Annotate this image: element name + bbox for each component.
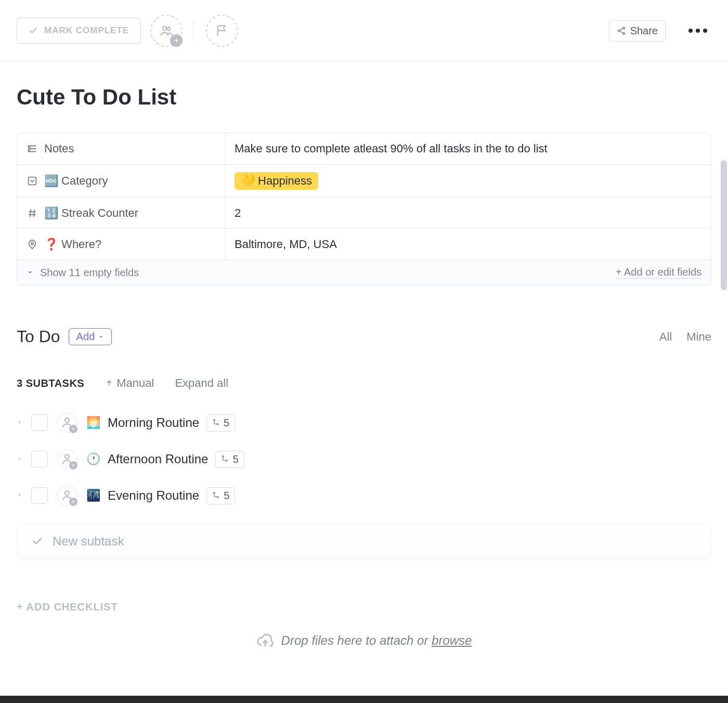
page-title[interactable]: Cute To Do List (17, 85, 711, 110)
field-row-category[interactable]: 🔤 Category 💛 Happiness (17, 164, 711, 197)
chevron-right-icon (17, 455, 23, 462)
expand-caret[interactable] (17, 491, 24, 500)
hash-icon (27, 207, 38, 219)
task-emoji: 🕐 (86, 452, 100, 466)
svg-point-11 (223, 455, 224, 457)
subtask-count: 5 (232, 453, 238, 465)
plus-badge-icon: + (69, 498, 77, 506)
svg-point-12 (226, 460, 228, 461)
mark-complete-label: MARK COMPLETE (44, 25, 129, 36)
svg-point-2 (622, 27, 625, 29)
add-label: Add (76, 331, 95, 343)
new-subtask-input[interactable]: New subtask (17, 523, 711, 559)
share-button[interactable]: Share (609, 20, 666, 42)
chevron-down-icon (98, 334, 104, 340)
toolbar: MARK COMPLETE + Share (0, 0, 728, 62)
chevron-right-icon (17, 492, 23, 498)
filter-mine[interactable]: Mine (686, 330, 711, 344)
add-subtask-button[interactable]: Add (69, 328, 112, 345)
task-checkbox[interactable] (31, 487, 48, 504)
todo-header: To Do Add All Mine (17, 327, 711, 346)
scrollbar[interactable] (721, 160, 727, 290)
svg-point-10 (65, 454, 69, 459)
svg-point-4 (622, 32, 625, 34)
task-row[interactable]: + 🌅 Morning Routine 5 (17, 405, 711, 441)
svg-point-6 (31, 242, 34, 244)
expand-caret (17, 418, 24, 427)
subtasks-icon (212, 419, 220, 427)
sort-label: Manual (116, 376, 154, 390)
assignees-button[interactable]: + (150, 15, 183, 47)
task-name[interactable]: Afternoon Routine (108, 452, 208, 466)
dropzone-text: Drop files here to attach or (281, 633, 432, 647)
field-row-streak[interactable]: 🔢 Streak Counter 2 (17, 197, 711, 228)
plus-badge-icon: + (69, 461, 77, 470)
svg-point-9 (217, 423, 218, 425)
subtask-count-pill[interactable]: 5 (206, 487, 235, 504)
assign-button[interactable]: + (57, 486, 77, 505)
subtasks-icon (212, 491, 220, 500)
subtask-count-pill[interactable]: 5 (215, 451, 244, 468)
plus-badge-icon: + (69, 425, 77, 433)
field-value[interactable]: 2 (235, 206, 241, 220)
svg-point-3 (618, 30, 620, 32)
mark-complete-button[interactable]: MARK COMPLETE (17, 18, 141, 44)
task-checkbox[interactable] (31, 451, 48, 467)
task-name[interactable]: Morning Routine (108, 415, 199, 430)
todo-heading: To Do (17, 327, 60, 346)
svg-point-15 (217, 496, 218, 498)
new-subtask-placeholder: New subtask (53, 534, 124, 549)
field-label: Notes (44, 142, 74, 155)
task-row[interactable]: + 🕐 Afternoon Routine 5 (17, 441, 711, 477)
svg-point-8 (214, 419, 215, 421)
check-icon (32, 536, 43, 547)
text-icon (27, 143, 38, 154)
task-name[interactable]: Evening Routine (108, 488, 199, 503)
expand-all-button[interactable]: Expand all (175, 376, 228, 390)
field-value[interactable]: Baltimore, MD, USA (235, 238, 337, 251)
field-row-where[interactable]: ❓ Where? Baltimore, MD, USA (17, 228, 711, 259)
location-icon (27, 239, 38, 250)
share-label: Share (630, 25, 658, 37)
share-icon (617, 26, 626, 35)
subtasks-count: 3 SUBTASKS (17, 377, 84, 389)
content: Cute To Do List Notes Make sure to compl… (0, 62, 728, 670)
subtasks-icon (221, 455, 229, 463)
arrow-up-icon (105, 379, 113, 387)
add-edit-fields-button[interactable]: + Add or edit fields (616, 266, 701, 279)
sort-button[interactable]: Manual (105, 376, 154, 390)
svg-point-7 (65, 418, 69, 422)
task-row[interactable]: + 🌃 Evening Routine 5 (17, 477, 711, 514)
task-list: + 🌅 Morning Routine 5 + 🕐 Afternoon Rout… (17, 405, 711, 514)
details-footer: Show 11 empty fields + Add or edit field… (17, 259, 711, 285)
add-checklist-button[interactable]: + ADD CHECKLIST (17, 601, 711, 613)
field-label: 🔤 Category (44, 174, 108, 188)
attachments-dropzone[interactable]: Drop files here to attach or browse (17, 632, 711, 670)
task-checkbox[interactable] (31, 414, 48, 431)
subtasks-toolbar: 3 SUBTASKS Manual Expand all (17, 376, 711, 390)
assign-button[interactable]: + (57, 413, 77, 433)
svg-point-14 (214, 492, 215, 493)
subtask-count-pill[interactable]: 5 (206, 414, 235, 432)
svg-point-0 (163, 27, 166, 30)
assign-button[interactable]: + (57, 449, 77, 469)
plus-badge-icon: + (170, 34, 183, 47)
dropdown-icon (27, 175, 38, 187)
priority-flag-button[interactable] (206, 15, 238, 47)
field-row-notes[interactable]: Notes Make sure to complete atleast 90% … (17, 133, 711, 164)
field-value[interactable]: Make sure to complete atleast 90% of all… (235, 142, 548, 155)
svg-point-1 (167, 27, 170, 30)
toolbar-divider (193, 20, 193, 41)
check-icon (29, 26, 38, 35)
details-table: Notes Make sure to complete atleast 90% … (17, 133, 711, 285)
svg-rect-5 (29, 177, 36, 185)
svg-point-13 (65, 491, 69, 495)
task-emoji: 🌅 (86, 416, 100, 429)
show-empty-fields-label: Show 11 empty fields (40, 267, 139, 279)
show-empty-fields-button[interactable]: Show 11 empty fields (27, 267, 139, 279)
browse-link[interactable]: browse (432, 633, 472, 647)
category-tag[interactable]: 💛 Happiness (235, 172, 318, 190)
more-menu-button[interactable] (684, 24, 711, 37)
filter-all[interactable]: All (659, 330, 672, 344)
expand-caret[interactable] (17, 454, 24, 464)
